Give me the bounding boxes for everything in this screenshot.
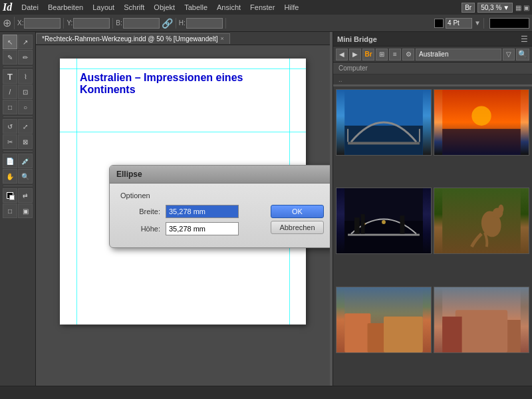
mini-bridge-panel: Mini Bridge ☰ ◀ ▶ Br ⊞ ≡ ⚙ Australien ▽ … <box>332 32 532 386</box>
mini-bridge-subpath[interactable]: .. <box>333 74 532 84</box>
bridge-app-button[interactable]: Br <box>362 49 374 61</box>
page-tool[interactable]: 📄 <box>3 154 17 168</box>
eyedropper-tool[interactable]: 💉 <box>18 154 33 168</box>
menu-tabelle[interactable]: Tabelle <box>180 2 211 13</box>
ok-button[interactable]: OK <box>271 205 324 218</box>
svg-rect-17 <box>442 188 521 253</box>
h-input[interactable] <box>186 18 223 29</box>
hand-tool[interactable]: ✋ <box>3 169 17 184</box>
svg-rect-7 <box>442 129 521 155</box>
path-text: Australien <box>419 51 448 58</box>
mini-bridge-content <box>333 86 532 386</box>
zoom-display[interactable]: 50,3 % ▼ <box>477 3 513 13</box>
direct-select-tool[interactable]: ↗ <box>18 35 33 49</box>
svg-rect-15 <box>361 215 365 234</box>
document-tab[interactable]: *Rechteck-Rahmen-Werkzeug.indd @ 50 % [U… <box>36 33 230 44</box>
selection-tool[interactable]: ↖ <box>3 35 17 49</box>
search-button[interactable]: 🔍 <box>516 49 529 61</box>
thumbnail-desert2[interactable] <box>434 287 529 353</box>
rectangle-tool[interactable]: □ <box>3 100 17 114</box>
menu-objekt[interactable]: Objekt <box>150 2 179 13</box>
sort-button[interactable]: ≡ <box>389 49 401 61</box>
dialog-content-row: Breite: Höhe: OK Abbrechen <box>120 205 324 239</box>
breite-row: Breite: <box>120 205 257 218</box>
y-input[interactable] <box>73 18 110 29</box>
left-toolbar: ↖ ↗ ✎ ✏ T ⌇ / ⊡ □ ○ ↺ ⤢ ✂ ⊠ 📄 <box>0 32 36 386</box>
grid-view-button[interactable]: ⊞ <box>376 49 388 61</box>
breite-label: Breite: <box>120 207 160 215</box>
type-on-path-tool[interactable]: ⌇ <box>18 69 33 84</box>
frame-tools[interactable]: ⊡ <box>18 84 33 99</box>
b-input[interactable] <box>123 18 160 29</box>
fill-stroke-tool[interactable] <box>3 188 17 203</box>
desert1-svg <box>336 287 431 352</box>
hoehe-input[interactable] <box>166 222 239 235</box>
thumbnail-sydney-day[interactable] <box>336 89 432 156</box>
menu-layout[interactable]: Layout <box>88 2 118 13</box>
thumbnail-desert1[interactable] <box>336 287 432 353</box>
thumbnail-kangaroo[interactable] <box>434 188 529 254</box>
menu-ansicht[interactable]: Ansicht <box>213 2 245 13</box>
desert2-svg <box>434 287 529 352</box>
zoom-tool[interactable]: 🔍 <box>18 169 33 184</box>
svg-rect-14 <box>354 217 360 234</box>
mini-bridge-header: Mini Bridge ☰ <box>333 32 532 47</box>
menu-bearbeiten[interactable]: Bearbeiten <box>44 2 87 13</box>
svg-point-20 <box>498 205 503 214</box>
ellipse-tool[interactable]: ○ <box>18 100 33 114</box>
pencil-tool[interactable]: ✏ <box>18 50 33 65</box>
back-button[interactable]: ◀ <box>336 49 348 61</box>
kangaroo-svg <box>434 188 529 253</box>
view-tools: ✋ 🔍 <box>3 169 33 184</box>
thumbnail-sydney-night[interactable] <box>336 188 432 254</box>
pt-input[interactable] <box>446 18 472 29</box>
tool-options-group: ⊕ <box>3 17 15 29</box>
scale-tool[interactable]: ⤢ <box>18 119 33 134</box>
filter-button[interactable]: ▽ <box>503 49 515 61</box>
menu-hilfe[interactable]: Hilfe <box>280 2 303 13</box>
svg-rect-24 <box>384 317 423 352</box>
tab-close-btn[interactable]: × <box>221 35 224 42</box>
type-tool[interactable]: T <box>3 69 17 84</box>
settings-button[interactable]: ⚙ <box>402 49 414 61</box>
dialog-title-bar: Ellipse <box>110 166 330 184</box>
svg-rect-28 <box>442 317 462 352</box>
link-icon[interactable]: 🔗 <box>162 18 173 29</box>
preview-btn[interactable]: ▣ <box>18 203 33 218</box>
tab-title: *Rechteck-Rahmen-Werkzeug.indd @ 50 % [U… <box>42 35 218 43</box>
mini-bridge-title: Mini Bridge <box>337 35 377 43</box>
transform-tools: ↺ ⤢ <box>3 119 33 134</box>
bridge-btn[interactable]: Br <box>462 3 475 13</box>
forward-button[interactable]: ▶ <box>349 49 361 61</box>
line-tool[interactable]: / <box>3 84 17 99</box>
thumbnail-sunset[interactable] <box>434 89 529 156</box>
sydney-night-svg <box>336 188 431 253</box>
stroke-dropdown-icon[interactable]: ▼ <box>474 19 481 27</box>
normal-view-btn[interactable]: □ <box>3 203 17 218</box>
menu-schrift[interactable]: Schrift <box>120 2 148 13</box>
svg-rect-27 <box>456 310 507 352</box>
line-tools: / ⊡ <box>3 84 33 99</box>
menu-fenster[interactable]: Fenster <box>246 2 279 13</box>
rotate-tool[interactable]: ↺ <box>3 119 17 134</box>
x-input[interactable] <box>24 18 61 29</box>
pen-tool[interactable]: ✎ <box>3 50 17 65</box>
swap-fill-icon[interactable]: ⇄ <box>18 188 33 203</box>
panel-menu-icon[interactable]: ☰ <box>521 35 528 44</box>
free-transform[interactable]: ⊠ <box>18 134 33 149</box>
tool-selector-icon[interactable]: ⊕ <box>3 17 11 29</box>
thumbnail-desert1-image <box>336 287 431 352</box>
cancel-button[interactable]: Abbrechen <box>271 221 324 234</box>
x-label: X: <box>17 19 23 27</box>
dialog-buttons: OK Abbrechen <box>271 205 324 234</box>
menu-datei[interactable]: Datei <box>17 2 43 13</box>
zoom-controls: Br 50,3 % ▼ ▦ ▣ <box>462 3 529 13</box>
svg-rect-10 <box>348 234 420 236</box>
svg-rect-16 <box>400 215 405 233</box>
breite-input[interactable] <box>166 205 239 218</box>
x-coord-group: X: <box>17 18 64 29</box>
stroke-color-swatch[interactable] <box>434 19 444 28</box>
scissors-tool[interactable]: ✂ <box>3 134 17 149</box>
top-toolbar: ⊕ X: Y: B: 🔗 H: ▼ <box>0 15 532 32</box>
zoom-value: 50,3 % <box>481 4 501 11</box>
